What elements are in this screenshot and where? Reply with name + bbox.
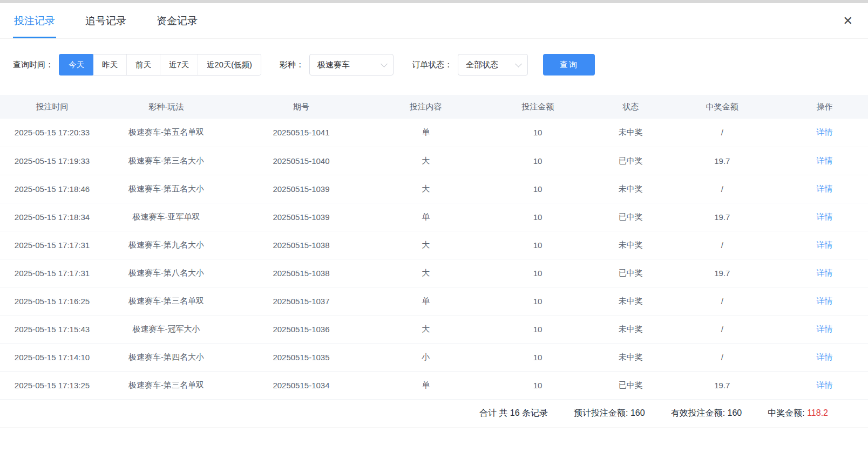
column-header-3: 投注内容: [374, 95, 477, 119]
column-header-2: 期号: [228, 95, 374, 119]
cell-prize: /: [663, 231, 781, 259]
cell-bet-amount: 10: [477, 147, 598, 175]
summary-expected-amount: 预计投注金额: 160: [574, 408, 645, 419]
time-range-option-2[interactable]: 前天: [127, 54, 160, 75]
table-row: 2025-05-15 17:18:34极速赛车-亚军单双20250515-103…: [0, 203, 868, 231]
time-range-option-3[interactable]: 近7天: [160, 54, 198, 75]
cell-bet-amount: 10: [477, 119, 598, 147]
detail-link[interactable]: 详情: [817, 296, 833, 305]
cell-status: 未中奖: [598, 231, 663, 259]
cell-issue: 20250515-1040: [228, 147, 374, 175]
detail-link[interactable]: 详情: [817, 240, 833, 249]
lottery-select[interactable]: 极速赛车: [309, 54, 394, 76]
table-row: 2025-05-15 17:19:33极速赛车-第三名大小20250515-10…: [0, 147, 868, 175]
order-status-select[interactable]: 全部状态: [458, 54, 528, 76]
cell-issue: 20250515-1038: [228, 259, 374, 287]
cell-prize: 19.7: [663, 259, 781, 287]
time-range-option-1[interactable]: 昨天: [93, 54, 127, 75]
time-range-option-0[interactable]: 今天: [59, 54, 94, 76]
cell-action: 详情: [781, 315, 868, 343]
chevron-down-icon: [515, 60, 522, 67]
time-range-option-4[interactable]: 近20天(低频): [198, 54, 261, 75]
summary-prize-label: 中奖金额:: [768, 408, 807, 417]
table-header-row: 投注时间彩种-玩法期号投注内容投注金额状态中奖金额操作: [0, 95, 868, 119]
cell-prize: 19.7: [663, 203, 781, 231]
detail-link[interactable]: 详情: [817, 380, 833, 389]
chevron-down-icon: [381, 60, 388, 67]
cell-bet-content: 大: [374, 259, 477, 287]
tab-item-2[interactable]: 资金记录: [155, 3, 199, 38]
cell-bet-amount: 10: [477, 371, 598, 399]
summary-total: 合计 共 16 条记录: [479, 408, 548, 419]
cell-bet-amount: 10: [477, 259, 598, 287]
detail-link[interactable]: 详情: [817, 324, 833, 333]
column-header-5: 状态: [598, 95, 663, 119]
cell-action: 详情: [781, 119, 868, 147]
column-header-1: 彩种-玩法: [104, 95, 228, 119]
records-table: 投注时间彩种-玩法期号投注内容投注金额状态中奖金额操作 2025-05-15 1…: [0, 95, 868, 400]
cell-bet-content: 单: [374, 203, 477, 231]
cell-prize: /: [663, 343, 781, 371]
cell-game-play: 极速赛车-第三名大小: [104, 147, 228, 175]
cell-game-play: 极速赛车-第五名单双: [104, 119, 228, 147]
cell-prize: 19.7: [663, 371, 781, 399]
table-row: 2025-05-15 17:17:31极速赛车-第八名大小20250515-10…: [0, 259, 868, 287]
detail-link[interactable]: 详情: [817, 184, 833, 193]
cell-bet-amount: 10: [477, 315, 598, 343]
cell-game-play: 极速赛车-第四名大小: [104, 343, 228, 371]
order-status-filter-label: 订单状态：: [412, 60, 452, 70]
query-button[interactable]: 查询: [543, 54, 595, 76]
cell-action: 详情: [781, 175, 868, 203]
cell-status: 未中奖: [598, 315, 663, 343]
column-header-4: 投注金额: [477, 95, 598, 119]
table-row: 2025-05-15 17:20:33极速赛车-第五名单双20250515-10…: [0, 119, 868, 147]
detail-link[interactable]: 详情: [817, 212, 833, 221]
cell-issue: 20250515-1038: [228, 231, 374, 259]
summary-valid-amount: 有效投注金额: 160: [671, 408, 742, 419]
cell-action: 详情: [781, 259, 868, 287]
cell-bet-amount: 10: [477, 175, 598, 203]
close-icon[interactable]: ✕: [841, 13, 855, 29]
cell-bet-amount: 10: [477, 203, 598, 231]
column-header-6: 中奖金额: [663, 95, 781, 119]
cell-action: 详情: [781, 231, 868, 259]
cell-bet-amount: 10: [477, 231, 598, 259]
detail-link[interactable]: 详情: [817, 127, 833, 136]
cell-status: 已中奖: [598, 147, 663, 175]
detail-link[interactable]: 详情: [817, 156, 833, 165]
cell-game-play: 极速赛车-亚军单双: [104, 203, 228, 231]
cell-bet-amount: 10: [477, 343, 598, 371]
cell-issue: 20250515-1034: [228, 371, 374, 399]
cell-bet-time: 2025-05-15 17:18:46: [0, 175, 104, 203]
cell-action: 详情: [781, 343, 868, 371]
cell-status: 已中奖: [598, 203, 663, 231]
order-status-select-value: 全部状态: [466, 60, 498, 70]
cell-issue: 20250515-1036: [228, 315, 374, 343]
cell-bet-time: 2025-05-15 17:17:31: [0, 259, 104, 287]
cell-game-play: 极速赛车-第八名大小: [104, 259, 228, 287]
lottery-select-value: 极速赛车: [317, 60, 350, 70]
cell-game-play: 极速赛车-第三名单双: [104, 287, 228, 315]
cell-prize: /: [663, 175, 781, 203]
tab-item-0[interactable]: 投注记录: [13, 3, 56, 38]
cell-issue: 20250515-1041: [228, 119, 374, 147]
column-header-7: 操作: [781, 95, 868, 119]
time-filter-label: 查询时间：: [13, 60, 53, 70]
cell-prize: /: [663, 119, 781, 147]
cell-bet-content: 大: [374, 231, 477, 259]
cell-game-play: 极速赛车-冠军大小: [104, 315, 228, 343]
time-range-group: 今天昨天前天近7天近20天(低频): [59, 54, 261, 76]
cell-game-play: 极速赛车-第五名大小: [104, 175, 228, 203]
cell-status: 未中奖: [598, 119, 663, 147]
table-row: 2025-05-15 17:15:43极速赛车-冠军大小20250515-103…: [0, 315, 868, 343]
cell-status: 未中奖: [598, 287, 663, 315]
cell-bet-content: 单: [374, 119, 477, 147]
detail-link[interactable]: 详情: [817, 352, 833, 361]
tab-item-1[interactable]: 追号记录: [84, 3, 127, 38]
detail-link[interactable]: 详情: [817, 268, 833, 277]
column-header-0: 投注时间: [0, 95, 104, 119]
table-row: 2025-05-15 17:17:31极速赛车-第九名大小20250515-10…: [0, 231, 868, 259]
bet-records-modal: 投注记录追号记录资金记录 ✕ 查询时间： 今天昨天前天近7天近20天(低频) 彩…: [0, 0, 868, 453]
cell-status: 未中奖: [598, 343, 663, 371]
cell-prize: /: [663, 315, 781, 343]
